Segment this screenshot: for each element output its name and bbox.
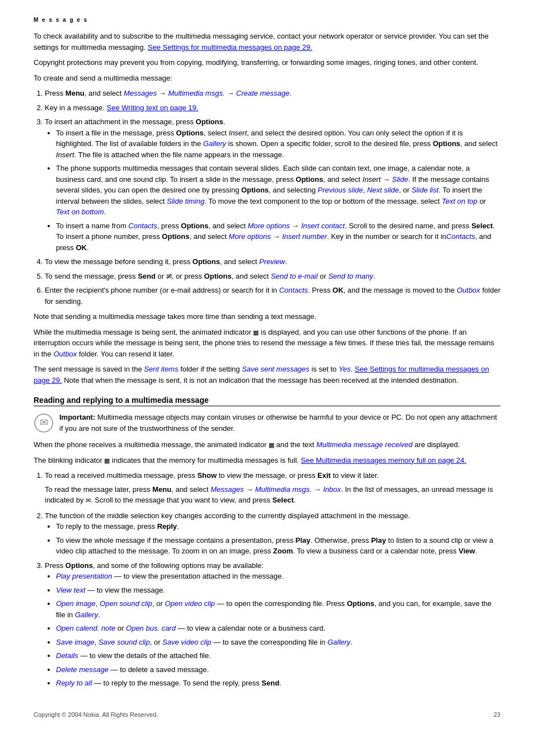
- save-sent-messages-link: Save sent messages: [242, 365, 310, 373]
- note-2: While the multimedia message is being se…: [34, 327, 500, 360]
- writing-text-link[interactable]: See Writing text on page 19.: [107, 104, 199, 112]
- save-sound-clip-link: Save sound clip: [99, 638, 150, 646]
- option-open-calend-note: Open calend. note or Open bus. card — to…: [56, 623, 500, 634]
- save-video-clip-link: Save video clip: [162, 638, 211, 646]
- step-2: Key in a message. See Writing text on pa…: [45, 102, 500, 114]
- options-bold-4: Options: [241, 186, 269, 194]
- note-1: Note that sending a multimedia message t…: [34, 311, 500, 322]
- reply-to-all-link: Reply to all: [56, 679, 92, 687]
- section2-step-2-bullet-1: To reply to the message, press Reply.: [56, 521, 500, 532]
- memory-full-link[interactable]: See Multimedia messages memory full on p…: [301, 456, 467, 464]
- step-3: To insert an attachment in the message, …: [45, 116, 500, 253]
- section2-step-2-bullet-2: To view the whole message if the message…: [56, 535, 500, 557]
- play-presentation-link: Play presentation: [56, 572, 112, 580]
- multimedia-message-received-link: Multimedia message received: [316, 440, 413, 449]
- multimedia-msgs-link-2: Multimedia msgs.: [255, 485, 312, 494]
- outbox-link-2: Outbox: [53, 350, 77, 358]
- intro-p1: To check availability and to subscribe t…: [34, 31, 500, 53]
- slide-link: Slide: [392, 175, 408, 184]
- sent-items-link: Sent items: [144, 365, 178, 373]
- section2-step-3: Press Options, and some of the following…: [45, 560, 500, 689]
- zoom-bold: Zoom: [273, 547, 293, 555]
- messages-link: Messages: [124, 89, 157, 97]
- gallery-link-2: Gallery: [75, 611, 98, 619]
- gallery-link-3: Gallery: [327, 638, 350, 646]
- menu-bold: Menu: [65, 89, 85, 97]
- options-bold-9: Options: [65, 561, 93, 570]
- open-image-link: Open image: [56, 599, 96, 608]
- select-bold-2: Select: [272, 496, 293, 504]
- open-video-clip-link: Open video clip: [165, 599, 215, 608]
- note-3: The sent message is saved in the Sent it…: [34, 364, 500, 386]
- play-bold-2: Play: [371, 536, 386, 544]
- gallery-link: Gallery: [203, 139, 226, 148]
- copyright-text: Copyright © 2004 Nokia. All Rights Reser…: [34, 711, 158, 718]
- options-bold-3: Options: [196, 118, 223, 126]
- open-sound-clip-link: Open sound clip: [100, 599, 152, 608]
- send-to-many-link: Send to many: [328, 272, 373, 280]
- text-on-top-link: Text on top: [442, 197, 477, 205]
- view-bold: View: [458, 547, 475, 555]
- insert-italic-3: Insert: [363, 175, 381, 184]
- option-play-presentation: Play presentation — to view the presenta…: [56, 571, 500, 582]
- slide-timing-link: Slide timing: [167, 197, 204, 205]
- multimedia-msgs-link: Multimedia msgs.: [168, 89, 224, 97]
- step-4: To view the message before sending it, p…: [45, 256, 500, 267]
- important-body: Multimedia message objects may contain v…: [59, 413, 497, 433]
- animated-indicator-2: ▩: [269, 442, 274, 448]
- animated-indicator-icon: ▩: [253, 329, 259, 336]
- ok-bold-2: OK: [332, 286, 344, 294]
- text-on-bottom-link: Text on bottom: [56, 208, 104, 216]
- options-bold-2: Options: [433, 139, 460, 148]
- open-calend-note-link: Open calend. note: [56, 624, 115, 632]
- step-6: Enter the recipient's phone number (or e…: [45, 285, 500, 307]
- option-open-image: Open image, Open sound clip, or Open vid…: [56, 598, 500, 620]
- delete-message-link: Delete message: [56, 665, 109, 674]
- more-options-link: More options: [247, 222, 289, 230]
- options-bold-6: Options: [162, 232, 189, 241]
- view-text-link: View text: [56, 586, 86, 594]
- send-icon: ✉̸: [166, 273, 172, 280]
- insert-italic-2: Insert: [56, 151, 74, 159]
- send-bold: Send: [138, 272, 156, 280]
- options-bold-10: Options: [347, 599, 374, 608]
- messages-link-2: Messages: [210, 485, 243, 494]
- select-bold: Select: [471, 222, 493, 230]
- section2-step-2: The function of the middle selection key…: [45, 510, 500, 557]
- show-bold: Show: [197, 471, 217, 480]
- contacts-link-2: Contacts: [446, 232, 475, 241]
- section2-para1: When the phone receives a multimedia mes…: [34, 439, 500, 450]
- open-bus-card-link: Open bus. card: [126, 624, 176, 632]
- more-options-link-2: More options: [229, 232, 271, 241]
- option-delete-message: Delete message — to delete a saved messa…: [56, 664, 500, 675]
- main-steps-list: Press Menu, and select Messages → Multim…: [45, 88, 500, 307]
- unread-icon: ✉: [86, 497, 91, 504]
- blinking-indicator: ▩: [104, 457, 110, 464]
- option-save-image: Save image, Save sound clip, or Save vid…: [56, 637, 500, 648]
- contacts-link-3: Contacts: [279, 286, 308, 294]
- option-reply-to-all: Reply to all — to reply to the message. …: [56, 678, 500, 689]
- exit-bold: Exit: [317, 471, 331, 480]
- section2-step-2-bullets: To reply to the message, press Reply. To…: [56, 521, 500, 557]
- page-number: 23: [494, 711, 500, 718]
- details-link: Details: [56, 651, 78, 660]
- settings-multimedia-link[interactable]: See Settings for multimedia messages on …: [148, 43, 312, 51]
- send-to-email-link: Send to e-mail: [271, 272, 318, 280]
- previous-slide-link: Previous slide: [318, 186, 363, 194]
- save-image-link: Save image: [56, 638, 95, 646]
- important-box: ✉ Important: Multimedia message objects …: [34, 412, 500, 434]
- insert-contact-link: Insert contact: [301, 222, 345, 230]
- step-5: To send the message, press Send or ✉̸, o…: [45, 271, 500, 282]
- step-3-bullet-2: The phone supports multimedia messages t…: [56, 163, 500, 218]
- ok-bold: OK: [76, 243, 87, 252]
- important-label: Important:: [59, 413, 95, 421]
- page-footer: Copyright © 2004 Nokia. All Rights Reser…: [34, 711, 500, 718]
- svg-text:✉: ✉: [40, 417, 48, 428]
- options-bold-3b: Options: [296, 175, 323, 184]
- yes-link: Yes: [339, 365, 351, 373]
- intro-p3: To create and send a multimedia message:: [34, 73, 500, 84]
- reply-bold: Reply: [157, 522, 177, 530]
- options-bold-7: Options: [193, 257, 220, 266]
- send-bold-2: Send: [261, 679, 279, 687]
- contacts-link: Contacts: [128, 222, 157, 230]
